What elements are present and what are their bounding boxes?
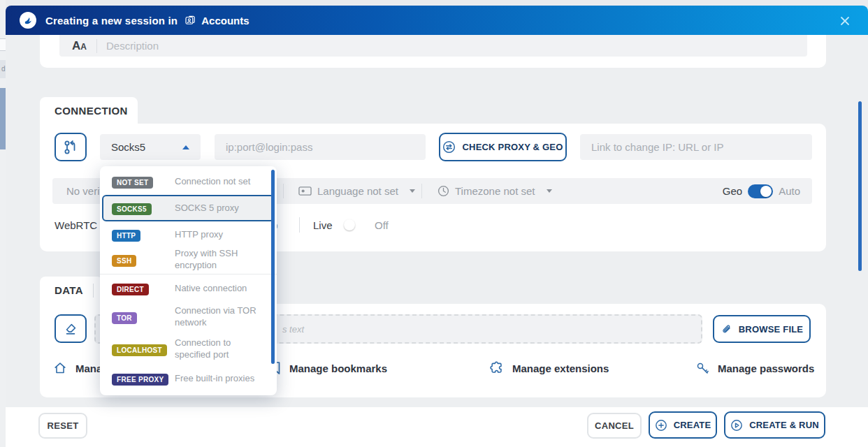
app-logo-icon xyxy=(20,12,36,29)
manage-bookmarks-label: Manage bookmarks xyxy=(289,362,387,374)
home-icon xyxy=(52,360,68,376)
dropdown-item-label: HTTP proxy xyxy=(175,229,267,241)
dropdown-item-http[interactable]: HTTP HTTP proxy xyxy=(100,222,277,247)
dropdown-divider xyxy=(100,274,277,274)
row-divider xyxy=(283,184,284,198)
live-label: Live xyxy=(313,219,333,231)
dropdown-item-label: Native connection xyxy=(175,283,267,295)
manage-homepage-link[interactable]: Mana xyxy=(52,359,102,377)
dropdown-item-tor[interactable]: TOR Connection via TOR network xyxy=(100,301,277,333)
dropdown-item-direct[interactable]: DIRECT Native connection xyxy=(100,276,277,301)
dropdown-item-label: Connection to specified port xyxy=(175,337,267,361)
tab-divider xyxy=(93,284,94,298)
reset-button[interactable]: RESET xyxy=(38,413,87,439)
manage-bookmarks-link[interactable]: Manage bookmarks xyxy=(269,359,387,377)
puzzle-icon xyxy=(489,360,505,376)
clock-icon xyxy=(437,185,449,197)
plus-circle-icon xyxy=(655,419,667,432)
geo-toggle-group: Geo Auto xyxy=(723,178,800,204)
dropdown-item-label: SOCKS 5 proxy xyxy=(175,203,266,214)
data-file-placeholder-fragment: s text xyxy=(282,324,304,335)
modal-context-label: Accounts xyxy=(201,15,249,27)
key-icon xyxy=(695,361,710,376)
create-label: CREATE xyxy=(674,420,711,430)
background-fragment-text: d xyxy=(0,60,6,78)
modal-header: Creating a new session in Accounts xyxy=(6,6,868,35)
dropdown-item-label: Free built-in proxies xyxy=(175,373,267,385)
manage-extensions-link[interactable]: Manage extensions xyxy=(489,359,609,377)
close-icon[interactable] xyxy=(837,13,853,29)
background-selected-item-fragment xyxy=(0,88,6,149)
proxy-address-input[interactable]: ip:port@login:pass xyxy=(215,134,426,160)
paperclip-icon xyxy=(721,323,732,335)
cancel-button[interactable]: CANCEL xyxy=(587,413,642,439)
language-select[interactable]: Language not set xyxy=(298,178,415,204)
dropdown-item-free-proxy[interactable]: FREE PROXY Free built-in proxies xyxy=(100,365,277,392)
badge-http: HTTP xyxy=(112,230,140,242)
badge-not-set: NOT SET xyxy=(112,177,153,189)
change-ip-link-input[interactable]: Link to change IP: URL or IP xyxy=(580,134,812,160)
row-divider xyxy=(299,217,300,233)
session-creation-window: d Creating a new session in Accounts xyxy=(0,0,868,447)
dropdown-item-ssh[interactable]: SSH Proxy with SSH encryption xyxy=(100,247,277,272)
language-label: Language not set xyxy=(317,185,398,197)
create-and-run-label: CREATE & RUN xyxy=(749,420,819,430)
background-fragment xyxy=(0,38,6,51)
dropdown-item-localhost[interactable]: LOCALHOST Connection to specified port xyxy=(100,333,277,365)
manage-passwords-label: Manage passwords xyxy=(718,362,814,374)
modal-context: Accounts xyxy=(184,14,249,27)
chevron-down-icon xyxy=(410,189,415,193)
play-circle-icon xyxy=(730,419,743,432)
proxy-type-select[interactable]: Socks5 xyxy=(100,134,201,160)
badge-ssh: SSH xyxy=(112,255,136,267)
modal-title: Creating a new session in xyxy=(45,15,178,27)
geo-value: Auto xyxy=(779,185,800,197)
tab-connection[interactable]: CONNECTION xyxy=(40,97,138,124)
proxy-nodes-icon-button[interactable] xyxy=(55,133,87,161)
dropdown-item-socks5-selected[interactable]: SOCKS5 SOCKS 5 proxy xyxy=(102,195,275,221)
manage-passwords-link[interactable]: Manage passwords xyxy=(695,359,814,377)
proxy-type-value: Socks5 xyxy=(111,141,145,153)
row-divider xyxy=(421,184,422,198)
description-placeholder: Description xyxy=(106,40,159,52)
language-flag-icon xyxy=(298,186,312,196)
geo-label: Geo xyxy=(723,185,742,197)
browse-file-button[interactable]: BROWSE FILE xyxy=(713,315,811,343)
badge-free-proxy: FREE PROXY xyxy=(112,374,168,386)
browse-file-label: BROWSE FILE xyxy=(739,324,803,335)
field-divider xyxy=(96,39,97,53)
webrtc-label: WebRTC xyxy=(55,219,97,231)
badge-socks5: SOCKS5 xyxy=(112,203,152,215)
chevron-down-icon xyxy=(547,189,552,193)
dropdown-item-not-set[interactable]: NOT SET Connection not set xyxy=(100,169,277,194)
live-value: Off xyxy=(375,219,389,231)
badge-localhost: LOCALHOST xyxy=(112,344,167,356)
dropdown-item-label: Connection not set xyxy=(175,176,267,188)
accounts-icon xyxy=(184,14,196,27)
chevron-up-icon xyxy=(182,145,189,149)
check-proxy-geo-button[interactable]: CHECK PROXY & GEO xyxy=(439,133,567,161)
manage-extensions-label: Manage extensions xyxy=(512,362,609,374)
create-and-run-button[interactable]: CREATE & RUN xyxy=(724,411,825,439)
create-button[interactable]: CREATE xyxy=(649,411,717,439)
dropdown-item-label: Connection via TOR network xyxy=(175,305,267,329)
badge-tor: TOR xyxy=(112,312,137,324)
badge-direct: DIRECT xyxy=(112,284,149,295)
timezone-label: Timezone not set xyxy=(455,185,535,197)
dropdown-item-label: Proxy with SSH encryption xyxy=(175,248,267,272)
font-case-icon: AA xyxy=(72,40,87,52)
proxy-type-dropdown: NOT SET Connection not set SOCKS5 SOCKS … xyxy=(100,166,277,395)
dropdown-scrollbar[interactable] xyxy=(271,170,275,364)
timezone-select[interactable]: Timezone not set xyxy=(437,178,552,204)
change-ip-link-placeholder: Link to change IP: URL or IP xyxy=(591,141,724,153)
proxy-address-placeholder: ip:port@login:pass xyxy=(226,141,312,153)
modal-scrollbar[interactable] xyxy=(858,101,862,271)
manage-homepage-label: Mana xyxy=(75,362,102,374)
geo-toggle[interactable] xyxy=(748,184,773,198)
refresh-swap-icon xyxy=(442,140,456,154)
check-proxy-geo-label: CHECK PROXY & GEO xyxy=(462,142,563,152)
eraser-icon-button[interactable] xyxy=(55,314,87,343)
verification-status: No verif xyxy=(66,178,103,204)
description-field[interactable]: AA Description xyxy=(59,35,807,57)
